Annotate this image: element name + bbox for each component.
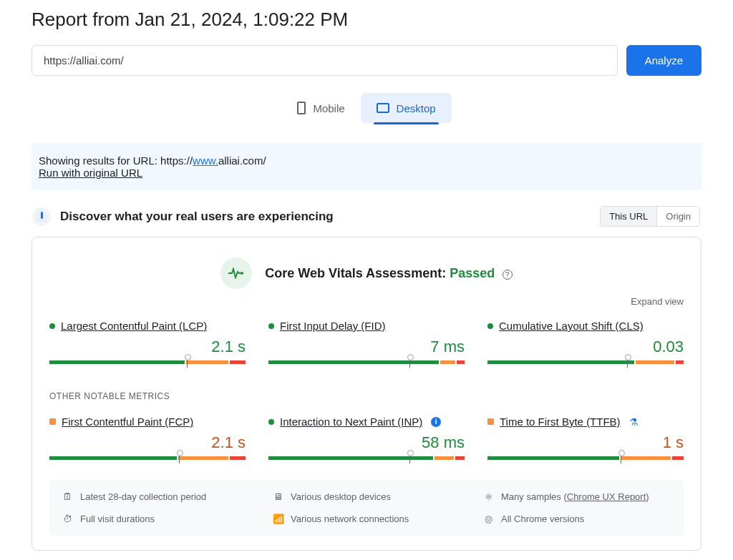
metric-value: 2.1 s [49,338,246,356]
svg-point-0 [241,272,243,275]
tab-label: Desktop [397,102,436,114]
metric-name-link[interactable]: Cumulative Layout Shift (CLS) [499,320,644,332]
info-badge-icon[interactable]: i [431,417,441,427]
info-devices: 🖥Various desktop devices [273,491,460,502]
metric-lcp: Largest Contentful Paint (LCP) 2.1 s [49,320,246,364]
info-chrome: ◎All Chrome versions [483,514,671,524]
assessment-row: Core Web Vitals Assessment: Passed ? [49,257,684,289]
notice-text: Showing results for URL: https:// [39,154,193,167]
metric-fid: First Input Delay (FID) 7 ms [268,320,465,364]
scope-this-url[interactable]: This URL [601,207,656,226]
run-original-link[interactable]: Run with original URL [39,167,142,179]
distribution-bar [487,360,684,364]
metrics-grid: Largest Contentful Paint (LCP) 2.1 s Fir… [49,320,684,460]
metric-ttfb: Time to First Byte (TTFB)⚗ 1 s [487,416,684,460]
info-durations: ⏱Full visit durations [62,514,250,524]
metric-name-link[interactable]: Time to First Byte (TTFB) [500,416,621,428]
metric-cls: Cumulative Layout Shift (CLS) 0.03 [487,320,684,364]
chrome-icon: ◎ [483,514,494,524]
status-dot-icon [487,418,494,425]
metric-inp: Interaction to Next Paint (INP)i 58 ms [268,416,465,460]
distribution-bar [268,456,465,460]
scope-origin[interactable]: Origin [656,207,699,226]
pulse-icon [220,257,252,289]
status-dot-icon [268,419,274,425]
wifi-icon: 📶 [273,514,283,524]
samples-icon: ⚛ [483,491,494,502]
device-tabs: Mobile Desktop [31,93,702,123]
analyze-button[interactable]: Analyze [626,45,702,76]
devices-icon: 🖥 [273,491,283,502]
metric-value: 0.03 [487,338,684,356]
assessment-status: Passed [450,266,495,280]
page-title: Report from Jan 21, 2024, 1:09:22 PM [31,9,702,31]
url-input[interactable] [31,45,618,76]
vitals-card: Core Web Vitals Assessment: Passed ? Exp… [31,237,702,551]
scope-toggle: This URL Origin [600,206,700,227]
distribution-bar [49,456,246,460]
timer-icon: ⏱ [62,514,73,524]
expand-view-link[interactable]: Expand view [49,296,684,307]
metric-name-link[interactable]: First Contentful Paint (FCP) [62,416,193,428]
info-samples: ⚛Many samples (Chrome UX Report) [483,491,671,502]
discover-row: Discover what your real users are experi… [31,206,702,227]
calendar-icon: 🗓 [62,491,73,502]
www-link[interactable]: www. [193,154,218,167]
notice-suffix: alliai.com/ [218,154,266,167]
distribution-bar [487,456,684,460]
info-icon[interactable]: ? [503,270,513,280]
metric-name-link[interactable]: Largest Contentful Paint (LCP) [61,320,207,332]
metric-name-link[interactable]: First Input Delay (FID) [280,320,386,332]
footer-info: 🗓Latest 28-day collection period 🖥Variou… [49,480,684,536]
tab-label: Mobile [313,102,344,114]
tab-mobile[interactable]: Mobile [281,93,360,123]
status-dot-icon [49,418,56,425]
gauge-icon [33,208,50,225]
distribution-bar [268,360,465,364]
crux-link[interactable]: Chrome UX Report [567,491,646,502]
metric-value: 7 ms [268,338,465,356]
experimental-icon: ⚗ [629,416,639,428]
metric-name-link[interactable]: Interaction to Next Paint (INP) [280,416,422,428]
metric-value: 2.1 s [49,433,246,452]
url-notice: Showing results for URL: https://www.all… [31,143,702,190]
desktop-icon [377,103,389,113]
discover-title: Discover what your real users are experi… [60,210,334,224]
mobile-icon [297,102,306,114]
other-metrics-label: OTHER NOTABLE METRICS [49,391,684,401]
metric-value: 58 ms [268,433,465,452]
tab-desktop[interactable]: Desktop [361,93,452,123]
status-dot-icon [49,323,55,329]
info-period: 🗓Latest 28-day collection period [62,491,250,502]
metric-value: 1 s [487,433,684,452]
info-network: 📶Various network connections [273,514,460,524]
assessment-label: Core Web Vitals Assessment: [265,266,450,280]
url-row: Analyze [31,45,702,76]
status-dot-icon [487,323,493,329]
status-dot-icon [268,323,274,329]
distribution-bar [49,360,246,364]
metric-fcp: First Contentful Paint (FCP) 2.1 s [49,416,246,460]
